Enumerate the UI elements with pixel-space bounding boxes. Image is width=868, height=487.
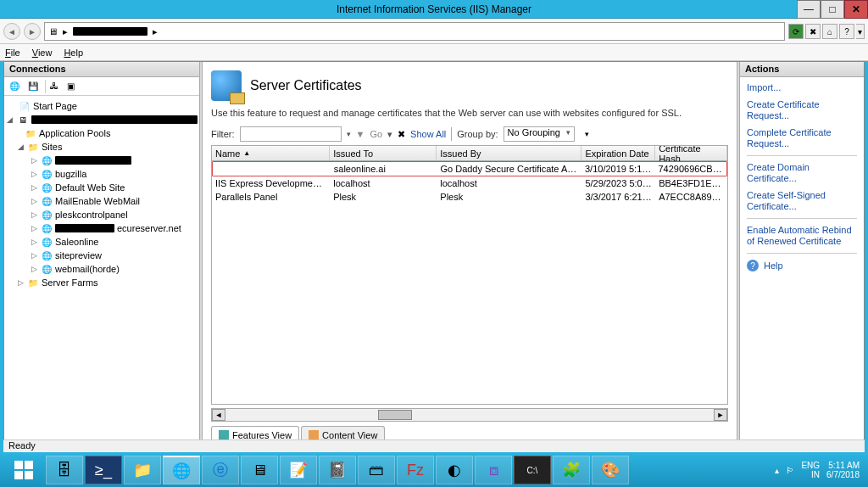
nav-forward-button[interactable]: ►	[24, 23, 41, 40]
taskbar-server-manager[interactable]: 🗄	[46, 456, 83, 484]
scroll-track[interactable]	[225, 409, 714, 421]
window-controls: — □	[797, 0, 868, 19]
cell-hash: A7ECC8A892F023	[655, 192, 727, 202]
nav-back-button[interactable]: ◄	[3, 23, 20, 40]
horizontal-scrollbar[interactable]: ◄ ►	[211, 408, 728, 422]
tray-lang[interactable]: ENG IN	[801, 461, 820, 479]
tray-overflow-icon[interactable]: ▴	[775, 466, 779, 475]
connections-toolbar: 🌐 💾 🖧 ▣	[4, 77, 199, 96]
scroll-left-button[interactable]: ◄	[212, 409, 225, 421]
system-tray[interactable]: ▴ 🏳 ENG IN 5:11 AM 6/7/2018	[775, 461, 865, 479]
connections-tree[interactable]: 📄 Start Page ◢ 🖥 📁 Application Pools ◢ 📁…	[4, 96, 199, 447]
col-name[interactable]: Name▲	[212, 146, 330, 160]
connect-icon[interactable]: 🌐	[8, 80, 21, 93]
tree-start-page[interactable]: 📄 Start Page	[6, 99, 198, 113]
content-header: Server Certificates	[211, 70, 728, 101]
maximize-button[interactable]: □	[821, 0, 844, 19]
action-create-request[interactable]: Create Certificate Request...	[747, 99, 857, 121]
refresh-button[interactable]: ⟳	[788, 24, 804, 39]
taskbar-filezilla[interactable]: Fz	[397, 456, 434, 484]
taskbar-iis[interactable]: 🌐	[163, 456, 200, 484]
tray-clock[interactable]: 5:11 AM 6/7/2018	[826, 461, 860, 479]
tray-flag-icon[interactable]: 🏳	[786, 466, 794, 475]
menu-file[interactable]: File	[5, 48, 20, 58]
action-complete-request[interactable]: Complete Certificate Request...	[747, 127, 857, 149]
taskbar-explorer[interactable]: 📁	[124, 456, 161, 484]
taskbar-edge[interactable]: ⓔ	[202, 456, 239, 484]
site-icon: 🌐	[41, 195, 53, 207]
go-button[interactable]: Go	[370, 129, 382, 139]
tree-site-bugzilla[interactable]: ▷🌐 bugzilla	[6, 167, 198, 181]
breadcrumb-bar[interactable]: 🖥 ▸ ▸	[44, 22, 785, 41]
site-icon: 🌐	[41, 236, 53, 248]
help-dropdown-button[interactable]: ▾	[856, 24, 865, 39]
close-button[interactable]	[844, 0, 868, 19]
clear-filter-icon[interactable]: ✖	[398, 129, 405, 140]
expander-icon[interactable]: ◢	[6, 115, 14, 124]
tree-site-sitepreview[interactable]: ▷🌐 sitepreview	[6, 249, 198, 262]
action-create-selfsigned[interactable]: Create Self-Signed Certificate...	[747, 190, 857, 212]
menu-help[interactable]: Help	[64, 48, 83, 58]
tree-site-secureserver[interactable]: ▷🌐 ecureserver.net	[6, 221, 198, 235]
action-help[interactable]: ? Help	[747, 260, 857, 271]
cell-exp: 3/10/2019 5:16:...	[581, 164, 654, 174]
scroll-right-button[interactable]: ►	[714, 409, 727, 421]
expander-icon[interactable]: ◢	[16, 143, 25, 151]
table-row[interactable]: IIS Express Development Certificatelocal…	[212, 176, 727, 190]
tree-server-node[interactable]: ◢ 🖥	[6, 113, 198, 126]
content-icon	[309, 430, 319, 440]
groupby-extra-dropdown[interactable]: ▾	[585, 130, 589, 138]
showall-link[interactable]: Show All	[410, 129, 446, 139]
action-import[interactable]: Import...	[747, 82, 857, 93]
table-row[interactable]: saleonline.aiGo Daddy Secure Certificate…	[212, 161, 727, 176]
uplevel-icon[interactable]: 🖧	[45, 80, 58, 93]
taskbar-app1[interactable]: 🧩	[553, 456, 590, 484]
help-nav-button[interactable]: ?	[839, 24, 854, 39]
tree-site-saleonline[interactable]: ▷🌐 Saleonline	[6, 235, 198, 249]
certificates-grid: Name▲ Issued To Issued By Expiration Dat…	[211, 145, 728, 405]
tree-site-redacted[interactable]: ▷ 🌐	[6, 154, 198, 167]
action-create-domain[interactable]: Create Domain Certificate...	[747, 162, 857, 184]
site-icon: 🌐	[41, 222, 53, 234]
save-icon[interactable]: 💾	[26, 80, 40, 93]
breadcrumb-redacted	[73, 27, 147, 36]
tree-app-pools[interactable]: 📁 Application Pools	[6, 126, 198, 140]
action-auto-rebind[interactable]: Enable Automatic Rebind of Renewed Certi…	[747, 225, 857, 247]
grid-body[interactable]: saleonline.aiGo Daddy Secure Certificate…	[212, 161, 727, 404]
taskbar-sqlserver[interactable]: 🗃	[358, 456, 395, 484]
scroll-thumb[interactable]	[378, 410, 412, 420]
stop-conn-icon[interactable]: ▣	[64, 80, 77, 93]
taskbar-cmd[interactable]: C:\	[514, 456, 551, 484]
tree-site-plesk[interactable]: ▷🌐 pleskcontrolpanel	[6, 208, 198, 221]
tree-site-webmail[interactable]: ▷🌐 webmail(horde)	[6, 262, 198, 276]
taskbar-powershell[interactable]: ≥_	[85, 456, 122, 484]
filter-dropdown-icon[interactable]: ▾	[347, 130, 351, 138]
tree-site-default[interactable]: ▷🌐 Default Web Site	[6, 181, 198, 194]
go-icon[interactable]: ▼	[356, 129, 365, 139]
groupby-select[interactable]: No Grouping	[504, 126, 575, 142]
tree-site-mailenable[interactable]: ▷🌐 MailEnable WebMail	[6, 194, 198, 208]
start-button[interactable]	[3, 453, 44, 487]
col-expiration[interactable]: Expiration Date	[581, 146, 655, 160]
home-button[interactable]: ⌂	[822, 24, 837, 39]
taskbar-notepadpp[interactable]: 📓	[319, 456, 356, 484]
taskbar-chrome[interactable]: ◐	[436, 456, 473, 484]
taskbar-notepad[interactable]: 📝	[280, 456, 317, 484]
tree-server-farms[interactable]: ▷📁 Server Farms	[6, 276, 198, 289]
taskbar-rdp[interactable]: 🖥	[241, 456, 278, 484]
minimize-button[interactable]: —	[797, 0, 821, 19]
col-cert-hash[interactable]: Certificate Hash	[655, 146, 727, 160]
site-icon: 🌐	[41, 182, 53, 193]
tree-sites[interactable]: ◢ 📁 Sites	[6, 140, 198, 154]
expander-icon[interactable]: ▷	[30, 156, 38, 165]
filter-input[interactable]	[240, 126, 342, 142]
taskbar-paint[interactable]: 🎨	[592, 456, 629, 484]
col-issued-by[interactable]: Issued By	[437, 146, 581, 160]
groupby-label: Group by:	[457, 129, 498, 139]
taskbar-visualstudio[interactable]: ⧈	[475, 456, 512, 484]
actions-list: Import... Create Certificate Request... …	[740, 77, 864, 277]
table-row[interactable]: Parallels PanelPleskPlesk3/3/2017 6:21:3…	[212, 190, 727, 204]
menu-view[interactable]: View	[32, 48, 53, 58]
stop-button[interactable]: ✖	[805, 24, 821, 39]
col-issued-to[interactable]: Issued To	[330, 146, 437, 160]
